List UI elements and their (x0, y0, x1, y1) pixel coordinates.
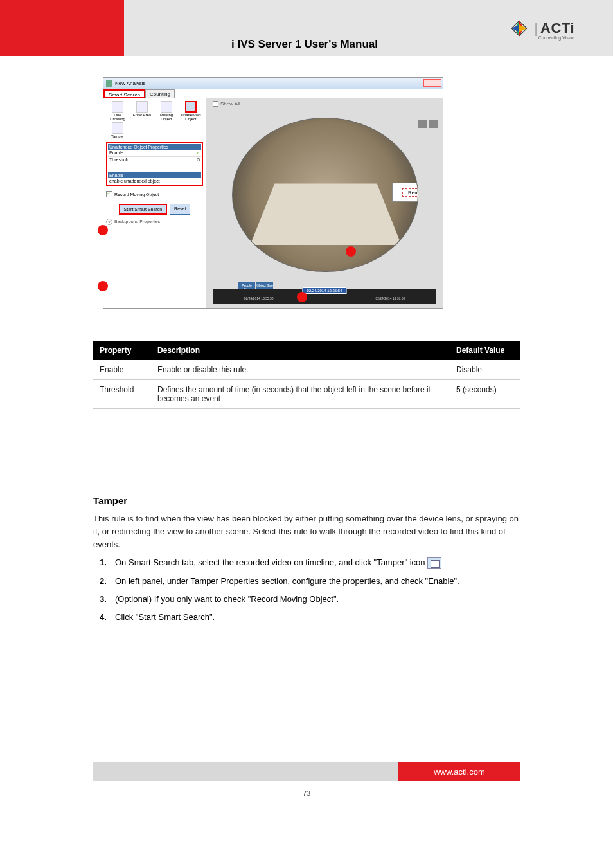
th-property: Property (93, 341, 151, 360)
logo-tagline: Connecting Vision (538, 35, 574, 40)
prop-enable2-desc: enable unattended object (108, 178, 201, 184)
timeline-current: 02/24/2014 13:35:54 (302, 287, 346, 294)
step-1: 1. On Smart Search tab, select the recor… (100, 556, 520, 569)
tab-smart-search[interactable]: Smart Search (103, 89, 145, 98)
th-description: Description (151, 341, 450, 360)
tool-line-crossing[interactable]: Line Crossing (106, 101, 129, 121)
tool-missing-object[interactable]: Missing Object (155, 101, 178, 121)
tool-tamper[interactable]: Tamper (106, 122, 129, 138)
background-properties-toggle[interactable]: vBackground Properties (106, 219, 203, 225)
step-4: 4. Click "Start Smart Search". (100, 611, 520, 624)
tab-counting[interactable]: Counting (145, 89, 175, 98)
timeline-right: 02/24/2014 13:36:00 (375, 296, 405, 300)
footer: www.acti.com (93, 762, 520, 781)
svg-marker-3 (512, 24, 520, 32)
view-grid-icon[interactable] (418, 120, 427, 128)
remove-callout[interactable]: Remove (392, 183, 418, 202)
app-icon (106, 80, 112, 87)
prop-threshold: Threshold (109, 158, 129, 162)
red-accent-block (0, 0, 124, 56)
page-number: 73 (303, 790, 310, 797)
timeline[interactable]: 02/24/2014 13:35:54 02/24/2014 13:35:50 … (213, 289, 436, 304)
logo-text: |ACTi (532, 20, 574, 37)
table-row: Threshold Defines the amount of time (in… (93, 380, 520, 409)
start-smart-search-button[interactable]: Start Smart Search (119, 204, 168, 215)
prop-enable: Enable (109, 150, 123, 156)
show-all-check[interactable]: Show All (213, 101, 240, 107)
titlebar: New Analysis (103, 78, 443, 89)
doc-title: i IVS Server 1 User's Manual (231, 38, 378, 51)
checkbox-icon (106, 191, 112, 197)
tamper-icon (427, 557, 441, 569)
th-default: Default Value (450, 341, 520, 360)
close-button[interactable] (423, 79, 441, 87)
tabs: Smart Search Counting (103, 89, 443, 98)
annotation-dot (346, 246, 356, 257)
record-moving-object-check[interactable]: Record Moving Object (106, 191, 203, 197)
table-row: Enable Enable or disable this rule. Disa… (93, 360, 520, 380)
step-2: 2. On left panel, under Tamper Propertie… (100, 575, 520, 588)
logo: |ACTi (510, 19, 574, 37)
window-title: New Analysis (115, 80, 146, 86)
svg-marker-4 (519, 24, 527, 32)
tool-enter-area[interactable]: Enter Area (130, 101, 154, 121)
section-title: Tamper (93, 495, 520, 506)
chevron-down-icon: v (106, 219, 112, 225)
properties-box: Unattended Object Properties Enable✓ Thr… (106, 142, 203, 186)
view-single-icon[interactable] (429, 120, 438, 128)
prop-enable2: Enable (108, 172, 201, 178)
logo-icon (510, 19, 528, 37)
tool-unattended-object[interactable]: Unattended Object (179, 101, 202, 121)
video-view[interactable]: Remove (232, 118, 418, 272)
properties-title: Unattended Object Properties (108, 144, 201, 150)
footer-link[interactable]: www.acti.com (398, 762, 520, 781)
prop-threshold-value[interactable]: 5 (197, 158, 200, 162)
header: i IVS Server 1 User's Manual |ACTi Conne… (0, 0, 613, 56)
annotation-dot (98, 281, 108, 291)
app-window: New Analysis Smart Search Counting Line … (103, 77, 443, 309)
left-panel: Line Crossing Enter Area Missing Object … (103, 98, 206, 308)
section-intro: This rule is to find when the view has b… (93, 512, 520, 551)
annotation-dot (98, 225, 108, 235)
step-3: 3. (Optional) If you only want to check … (100, 593, 520, 606)
right-panel: Show All Remove People Size Object Size … (206, 98, 443, 308)
annotation-dot (297, 292, 307, 302)
reset-button[interactable]: Reset (170, 204, 190, 215)
view-toggles (418, 120, 438, 128)
properties-table: Property Description Default Value Enabl… (93, 341, 520, 409)
tool-row: Line Crossing Enter Area Missing Object … (106, 101, 203, 138)
tamper-section: Tamper This rule is to find when the vie… (93, 495, 520, 629)
timeline-left: 02/24/2014 13:35:50 (244, 296, 274, 300)
checkbox-icon (213, 101, 218, 107)
